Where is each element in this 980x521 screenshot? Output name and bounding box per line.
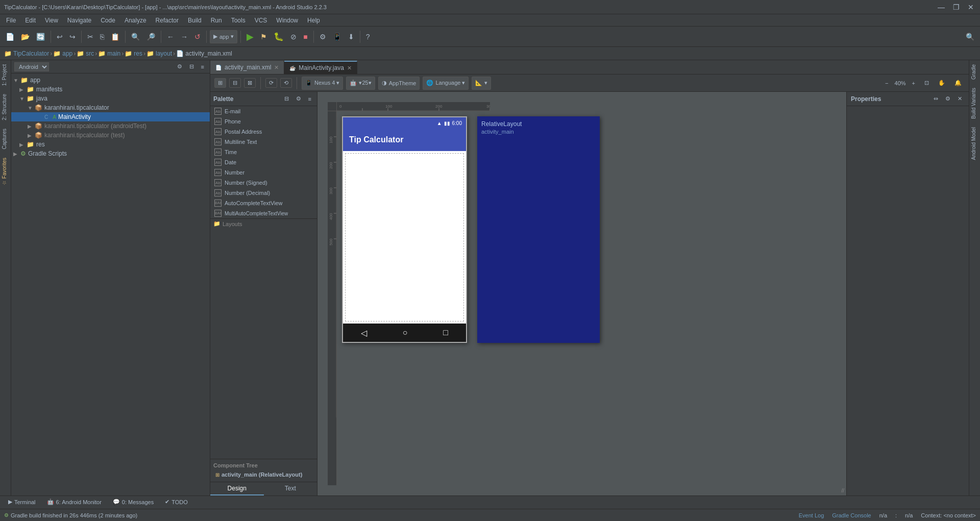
app-dropdown[interactable]: ▶ app ▾ <box>210 30 237 43</box>
redo-button[interactable]: ↪ <box>67 31 78 42</box>
find-replace-button[interactable]: 🔎 <box>144 31 158 42</box>
blueprint-view-btn[interactable]: ⊟ <box>229 78 241 88</box>
properties-settings-btn[interactable]: ⚙ <box>943 94 953 104</box>
sync-project-button[interactable]: ⚙ <box>175 62 185 71</box>
undo-button[interactable]: ↩ <box>54 31 65 42</box>
messages-tab[interactable]: 💬 0: Messages <box>108 497 159 508</box>
close-button[interactable]: ✕ <box>966 3 976 11</box>
tree-item-package[interactable]: ▼ 📦 karanhirani.tipcalculator <box>11 103 210 112</box>
help-button[interactable]: ? <box>363 31 373 42</box>
project-view-dropdown[interactable]: Android <box>14 62 49 71</box>
both-view-btn[interactable]: ⊠ <box>244 78 256 88</box>
palette-close-btn[interactable]: ≡ <box>306 94 314 104</box>
menu-run[interactable]: Run <box>207 16 226 25</box>
back-nav-btn[interactable]: ◁ <box>361 328 367 338</box>
android-monitor-tab[interactable]: 🤖 6: Android Monitor <box>42 497 107 508</box>
captures-side-tab[interactable]: Captures <box>0 125 11 154</box>
sync-button[interactable]: 🔄 <box>34 31 47 42</box>
pan-button[interactable]: ✋ <box>935 79 948 87</box>
tree-item-mainactivity[interactable]: C A MainActivity <box>11 112 210 121</box>
tab-mainactivity-java[interactable]: ☕ MainActivity.java ✕ <box>284 61 357 74</box>
palette-item-multi-autocomplete[interactable]: ⊞Ab MultiAutoCompleteTextView <box>210 208 317 218</box>
collapse-all-button[interactable]: ⊟ <box>187 62 197 71</box>
menu-code[interactable]: Code <box>96 16 119 25</box>
properties-close-btn[interactable]: ✕ <box>955 94 965 104</box>
orientation-btn[interactable]: ⟳ <box>265 78 277 88</box>
orientation-btn-2[interactable]: ⟲ <box>280 78 292 88</box>
terminal-tab[interactable]: ▶ Terminal <box>3 497 41 508</box>
home-nav-btn[interactable]: ○ <box>403 328 408 337</box>
menu-view[interactable]: View <box>41 16 62 25</box>
event-log-link[interactable]: Event Log <box>799 512 824 518</box>
debug-button[interactable]: 🐛 <box>271 30 286 43</box>
palette-item-email[interactable]: Ab E-mail <box>210 106 317 116</box>
breadcrumb-main[interactable]: 📁 main <box>98 50 120 57</box>
component-item-activity-main[interactable]: ⊞ activity_main (RelativeLayout) <box>213 470 314 479</box>
palette-item-number-decimal[interactable]: Ab Number (Decimal) <box>210 188 317 198</box>
search-everywhere-button[interactable]: 🔍 <box>963 31 977 42</box>
gradle-sync-button[interactable]: ⚙ <box>317 31 329 42</box>
menu-file[interactable]: File <box>2 16 20 25</box>
profile-button[interactable]: ⚑ <box>258 31 270 42</box>
project-side-tab[interactable]: 1: Project <box>0 60 11 90</box>
coverage-button[interactable]: ⊘ <box>288 31 299 42</box>
menu-edit[interactable]: Edit <box>21 16 40 25</box>
fit-screen-button[interactable]: ⊡ <box>921 79 932 87</box>
tab-design[interactable]: Design <box>210 482 264 495</box>
menu-analyze[interactable]: Analyze <box>120 16 151 25</box>
breadcrumb-tipcalculator[interactable]: 📁 TipCalculator <box>4 50 49 57</box>
tab-activity-main-xml[interactable]: 📄 activity_main.xml ✕ <box>210 61 284 74</box>
cut-button[interactable]: ✂ <box>85 31 96 42</box>
screen-size-dropdown[interactable]: 📐 ▾ <box>472 77 491 90</box>
build-variants-side-tab[interactable]: Build Variants <box>969 84 980 123</box>
api-dropdown[interactable]: 🤖 ▾25▾ <box>346 77 375 90</box>
new-button[interactable]: 📄 <box>3 31 17 42</box>
device-dropdown[interactable]: 📱 Nexus 4 ▾ <box>302 77 343 90</box>
recents-nav-btn[interactable]: □ <box>443 328 448 337</box>
palette-item-phone[interactable]: Ab Phone <box>210 116 317 127</box>
back-button[interactable]: ← <box>164 31 177 42</box>
menu-navigate[interactable]: Navigate <box>63 16 95 25</box>
gradle-console-link[interactable]: Gradle Console <box>832 512 871 518</box>
language-dropdown[interactable]: 🌐 Language ▾ <box>423 77 469 90</box>
theme-dropdown[interactable]: ◑ AppTheme <box>378 77 420 90</box>
forward-button[interactable]: → <box>178 31 190 42</box>
sdk-button[interactable]: ⬇ <box>346 31 357 42</box>
breadcrumb-app[interactable]: 📁 app <box>53 50 72 57</box>
gradle-side-tab[interactable]: Gradle <box>969 60 980 84</box>
breadcrumb-layout[interactable]: 📁 layout <box>146 50 172 57</box>
palette-item-number[interactable]: Ab Number <box>210 167 317 178</box>
tab-close-java[interactable]: ✕ <box>347 65 352 71</box>
paste-button[interactable]: 📋 <box>108 31 122 42</box>
alert-button[interactable]: 🔔 <box>951 79 965 87</box>
android-model-side-tab[interactable]: Android Model <box>969 123 980 164</box>
palette-item-date[interactable]: Ab Date <box>210 157 317 167</box>
tab-close-xml[interactable]: ✕ <box>274 64 279 71</box>
breadcrumb-src[interactable]: 📁 src <box>77 50 94 57</box>
palette-item-autocomplete[interactable]: ⊞Ab AutoCompleteTextView <box>210 198 317 208</box>
tab-text[interactable]: Text <box>264 482 317 495</box>
menu-window[interactable]: Window <box>272 16 302 25</box>
menu-vcs[interactable]: VCS <box>251 16 272 25</box>
find-button[interactable]: 🔍 <box>129 31 142 42</box>
zoom-out-button[interactable]: − <box>882 79 891 87</box>
menu-build[interactable]: Build <box>184 16 206 25</box>
tree-item-res[interactable]: ▶ 📁 res <box>11 140 210 149</box>
maximize-button[interactable]: ❐ <box>951 3 962 11</box>
copy-button[interactable]: ⎘ <box>97 31 107 42</box>
favorites-side-tab[interactable]: ☆ Favorites <box>0 154 11 190</box>
revert-button[interactable]: ↺ <box>192 31 203 42</box>
menu-help[interactable]: Help <box>303 16 324 25</box>
palette-settings-btn[interactable]: ⊟ <box>282 94 291 104</box>
breadcrumb-res[interactable]: 📁 res <box>125 50 142 57</box>
tree-item-manifests[interactable]: ▶ 📁 manifests <box>11 85 210 94</box>
structure-side-tab[interactable]: 2: Structure <box>0 90 11 125</box>
todo-tab[interactable]: ✔ TODO <box>160 497 193 508</box>
avd-button[interactable]: 📱 <box>330 31 344 42</box>
stop-button[interactable]: ■ <box>301 31 310 42</box>
palette-item-number-signed[interactable]: Ab Number (Signed) <box>210 178 317 188</box>
design-view-btn[interactable]: ⊞ <box>214 78 226 88</box>
run-button[interactable]: ▶ <box>244 30 256 44</box>
properties-expand-btn[interactable]: ⇔ <box>931 94 941 104</box>
tree-item-test[interactable]: ▶ 📦 karanhirani.tipcalculator (test) <box>11 131 210 140</box>
